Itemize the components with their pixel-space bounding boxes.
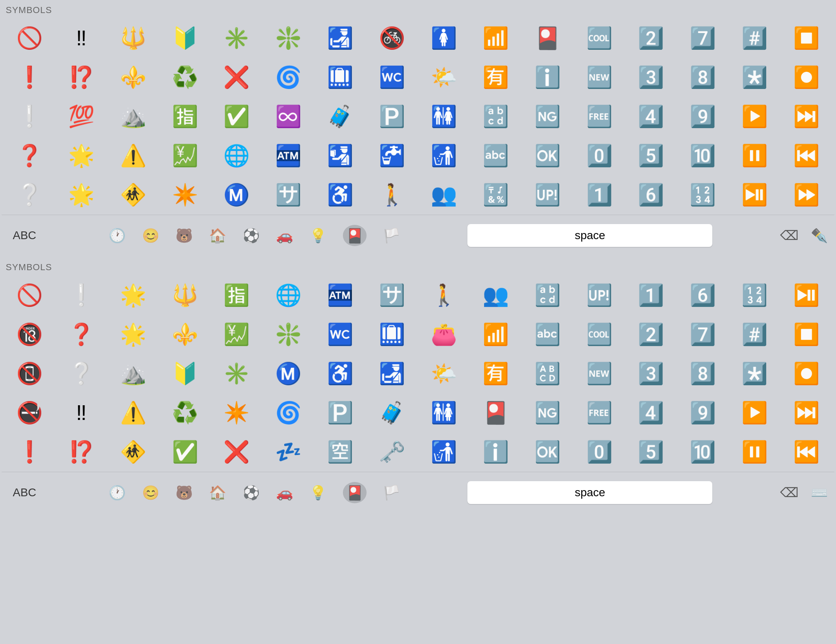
emoji-sparkle[interactable]: ❇️ <box>264 20 313 56</box>
emoji2-up[interactable]: 🆙 <box>575 277 624 313</box>
emoji-pedestrian[interactable]: 🚶 <box>367 176 417 213</box>
emoji2-two[interactable]: 2️⃣ <box>627 316 676 353</box>
emoji2-chart-yen[interactable]: 💹 <box>212 316 262 353</box>
emoji2-stop-button[interactable]: ⏹️ <box>782 316 831 353</box>
emoji-info[interactable]: ℹ️ <box>523 59 572 95</box>
emoji-eight-pointed[interactable]: ✳️ <box>212 20 262 56</box>
emoji-question-red[interactable]: ❓ <box>5 137 54 174</box>
emoji-cyclone[interactable]: 🌀 <box>264 59 313 95</box>
emoji2-three[interactable]: 3️⃣ <box>627 355 676 392</box>
emoji2-six[interactable]: 6️⃣ <box>678 277 727 313</box>
space-button-2[interactable]: space <box>467 481 712 504</box>
emoji2-exclaim-question[interactable]: ⁉️ <box>57 433 106 470</box>
emoji-free[interactable]: 🆓 <box>575 98 624 135</box>
emoji-double-exclaim[interactable]: ‼️ <box>57 20 106 56</box>
emoji-hash[interactable]: #️⃣ <box>730 20 779 56</box>
emoji-shield[interactable]: 🔰 <box>160 20 210 56</box>
emoji2-globe[interactable]: 🌐 <box>264 277 313 313</box>
emoji-cross[interactable]: ❌ <box>212 59 262 95</box>
emoji2-children-crossing[interactable]: 🚸 <box>109 433 158 470</box>
emoji-face-icon-2[interactable]: 😊 <box>142 484 159 501</box>
emoji2-japanese-vacancy[interactable]: 🈳 <box>316 433 365 470</box>
emoji-eight-spoked[interactable]: ✴️ <box>160 176 210 213</box>
flag-icon-1[interactable]: 🏳️ <box>383 227 400 244</box>
abc-button-1[interactable]: ABC <box>8 229 41 242</box>
emoji2-shield[interactable]: 🔰 <box>160 355 210 392</box>
emoji-new[interactable]: 🆕 <box>575 59 624 95</box>
emoji2-hash[interactable]: #️⃣ <box>730 316 779 353</box>
emoji2-sparkle2[interactable]: ✳️ <box>212 355 262 392</box>
emoji-eight[interactable]: 8️⃣ <box>678 59 727 95</box>
emoji2-info2[interactable]: ℹ️ <box>471 433 520 470</box>
emoji-recycle[interactable]: ♻️ <box>160 59 210 95</box>
delete-button-1[interactable]: ⌫ <box>780 228 798 243</box>
emoji2-fleur[interactable]: ⚜️ <box>160 316 210 353</box>
emoji2-signal[interactable]: 📶 <box>471 316 520 353</box>
emoji2-input-latin[interactable]: 🔤 <box>523 316 572 353</box>
emoji-customs[interactable]: 🛃 <box>316 20 365 56</box>
emoji2-record-button[interactable]: ⏺️ <box>782 355 831 392</box>
emoji2-no-smoking[interactable]: 🚭 <box>5 394 54 431</box>
emoji-next-track[interactable]: ⏭️ <box>782 98 831 135</box>
emoji-luggage[interactable]: 🧳 <box>316 98 365 135</box>
delete-button-2[interactable]: ⌫ <box>780 485 798 500</box>
emoji-ok[interactable]: 🆗 <box>523 137 572 174</box>
emoji2-symbols-input2[interactable]: 🎴 <box>471 394 520 431</box>
emoji-warning[interactable]: ⚠️ <box>109 137 158 174</box>
house-icon-1[interactable]: 🏠 <box>209 227 226 244</box>
emoji2-sun-sparkle[interactable]: 🌟 <box>109 277 158 313</box>
emoji-put-litter[interactable]: 🚮 <box>419 137 469 174</box>
emoji2-restroom[interactable]: 🚻 <box>419 394 469 431</box>
emoji2-exclaim-red[interactable]: ❗ <box>5 433 54 470</box>
emoji-five[interactable]: 5️⃣ <box>627 137 676 174</box>
emoji2-ok[interactable]: 🆗 <box>523 433 572 470</box>
emoji-globe[interactable]: 🌐 <box>212 137 262 174</box>
emoji2-check[interactable]: ✅ <box>160 433 210 470</box>
emoji2-double-exclaim[interactable]: ‼️ <box>57 394 106 431</box>
emoji2-zero[interactable]: 0️⃣ <box>575 433 624 470</box>
emoji-input-latin[interactable]: 🔤 <box>471 137 520 174</box>
soccer-icon-2[interactable]: ⚽ <box>242 484 260 501</box>
emoji2-wc[interactable]: 🚾 <box>316 316 365 353</box>
emoji2-warning[interactable]: ⚠️ <box>109 394 158 431</box>
symbols-icon-2[interactable]: 🎴 <box>343 482 367 503</box>
emoji2-no-sign[interactable]: 🚫 <box>5 277 54 313</box>
emoji2-play[interactable]: ▶️ <box>730 394 779 431</box>
emoji-previous-track[interactable]: ⏮️ <box>782 137 831 174</box>
emoji-pause[interactable]: ⏸️ <box>730 137 779 174</box>
emoji-record-button[interactable]: ⏺️ <box>782 59 831 95</box>
emoji-symbols-input[interactable]: 🎴 <box>523 20 572 56</box>
emoji2-next-track[interactable]: ⏭️ <box>782 394 831 431</box>
flag-icon-2[interactable]: 🏳️ <box>383 484 400 501</box>
cursor-icon-1[interactable]: ✒️ <box>811 227 828 244</box>
emoji-up[interactable]: 🆙 <box>523 176 572 213</box>
emoji-stop-button[interactable]: ⏹️ <box>782 20 831 56</box>
emoji-mountain[interactable]: ⛰️ <box>109 98 158 135</box>
emoji2-asterisk[interactable]: *️⃣ <box>730 355 779 392</box>
emoji-japanese-here[interactable]: 🈯 <box>160 98 210 135</box>
emoji-exclaim-question[interactable]: ⁉️ <box>57 59 106 95</box>
emoji-children-crossing[interactable]: 🚸 <box>109 176 158 213</box>
emoji2-question-red[interactable]: ❓ <box>57 316 106 353</box>
symbols-icon-1[interactable]: 🎴 <box>343 225 367 246</box>
emoji-wc[interactable]: 🚾 <box>367 59 417 95</box>
emoji2-silhouettes[interactable]: 👥 <box>471 277 520 313</box>
emoji2-zzz[interactable]: 💤 <box>264 433 313 470</box>
emoji2-input-lowercase[interactable]: 🔡 <box>523 277 572 313</box>
emoji2-nine[interactable]: 9️⃣ <box>678 394 727 431</box>
emoji2-question-white[interactable]: ❔ <box>57 355 106 392</box>
emoji-three[interactable]: 3️⃣ <box>627 59 676 95</box>
emoji2-play-pause[interactable]: ⏯️ <box>782 277 831 313</box>
emoji-seven[interactable]: 7️⃣ <box>678 20 727 56</box>
emoji-input-symbols[interactable]: 🔣 <box>471 176 520 213</box>
emoji2-five[interactable]: 5️⃣ <box>627 433 676 470</box>
emoji-input-lowercase[interactable]: 🔡 <box>471 98 520 135</box>
bear-icon-2[interactable]: 🐻 <box>176 484 193 501</box>
emoji2-ideograph[interactable]: 🈶 <box>471 355 520 392</box>
bulb-icon-2[interactable]: 💡 <box>309 484 327 501</box>
house-icon-2[interactable]: 🏠 <box>209 484 226 501</box>
emoji2-recycle[interactable]: ♻️ <box>160 394 210 431</box>
emoji2-baby-swimming[interactable]: 🌤️ <box>419 355 469 392</box>
emoji-asterisk[interactable]: *️⃣ <box>730 59 779 95</box>
space-button-1[interactable]: space <box>467 224 712 247</box>
